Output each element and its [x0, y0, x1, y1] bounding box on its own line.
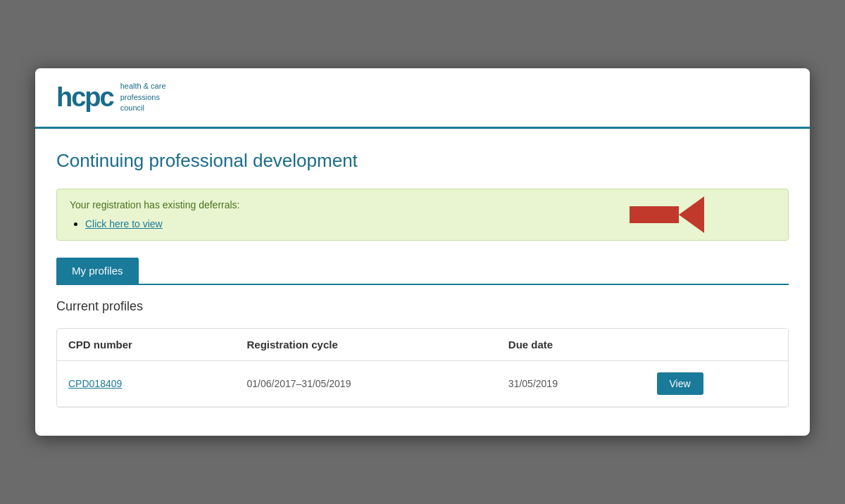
logo-line1: health & care — [120, 81, 166, 92]
page-title: Continuing professional development — [56, 150, 789, 172]
browser-window: hcpc health & care professions council C… — [35, 68, 810, 435]
profiles-table: CPD number Registration cycle Due date C… — [57, 329, 788, 407]
logo-text: health & care professions council — [120, 81, 166, 113]
cell-cpd-number[interactable]: CPD018409 — [57, 360, 236, 406]
logo-abbr: hcpc — [56, 84, 113, 111]
alert-list: Click here to view — [85, 218, 775, 230]
alert-link[interactable]: Click here to view — [85, 218, 163, 229]
table-body: CPD018409 01/06/2017–31/05/2019 31/05/20… — [57, 360, 788, 406]
logo-line2: professions — [120, 92, 166, 103]
header: hcpc health & care professions council — [35, 68, 810, 128]
tabs-container: My profiles — [56, 258, 789, 285]
view-button[interactable]: View — [657, 372, 703, 395]
main-content: Continuing professional development Your… — [35, 129, 810, 436]
tab-my-profiles[interactable]: My profiles — [56, 258, 139, 284]
table-header: CPD number Registration cycle Due date — [57, 329, 788, 361]
section-title: Current profiles — [56, 299, 789, 314]
col-action — [646, 329, 788, 361]
cell-registration-cycle: 01/06/2017–31/05/2019 — [236, 360, 497, 406]
table-row: CPD018409 01/06/2017–31/05/2019 31/05/20… — [57, 360, 788, 406]
alert-wrapper: Your registration has existing deferrals… — [56, 189, 789, 241]
alert-message: Your registration has existing deferrals… — [70, 199, 775, 210]
logo: hcpc health & care professions council — [56, 81, 789, 113]
alert-box: Your registration has existing deferrals… — [56, 189, 789, 241]
col-registration-cycle: Registration cycle — [236, 329, 497, 361]
cell-action: View — [646, 360, 788, 406]
col-due-date: Due date — [497, 329, 646, 361]
logo-line3: council — [120, 103, 166, 113]
profiles-table-wrapper: CPD number Registration cycle Due date C… — [56, 328, 789, 408]
col-cpd-number: CPD number — [57, 329, 236, 361]
cell-due-date: 31/05/2019 — [497, 360, 646, 406]
